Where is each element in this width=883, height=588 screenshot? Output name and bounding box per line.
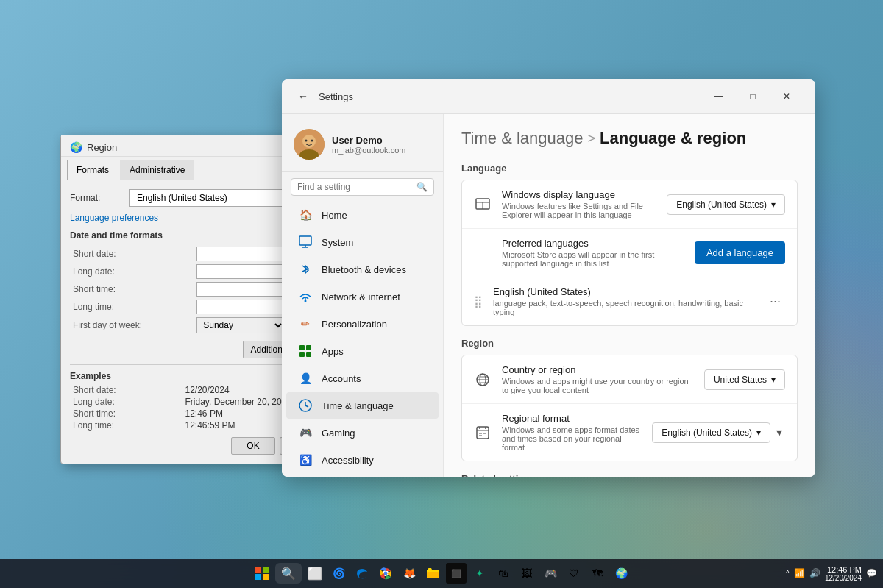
display-lang-action: English (United States) ▾	[667, 194, 785, 215]
short-time-input[interactable]: h:mm tt	[196, 282, 285, 297]
sidebar-nav: 🏠 Home System Bluetooth & devices	[282, 202, 443, 477]
regional-format-dropdown[interactable]: English (United States) ▾	[652, 422, 770, 443]
svg-rect-9	[299, 345, 305, 350]
sidebar-item-bluetooth[interactable]: Bluetooth & devices	[286, 256, 439, 283]
svg-rect-5	[299, 236, 311, 245]
region-tab-administrative[interactable]: Administrative	[120, 160, 194, 180]
preferred-lang-title: Preferred languages	[502, 238, 684, 249]
bluetooth-icon	[298, 262, 313, 277]
sidebar-item-system[interactable]: System	[286, 229, 439, 255]
gaming-icon: 🎮	[298, 425, 313, 440]
taskbar-vpn-icon[interactable]: 🛡	[564, 563, 584, 584]
regional-format-title: Regional format	[502, 413, 642, 424]
short-date-input[interactable]: M/d/yyyy	[196, 247, 285, 261]
search-input[interactable]	[297, 182, 412, 192]
taskbar-photos-icon[interactable]: 🖼	[517, 563, 537, 584]
taskbar-taskview-button[interactable]: ⬜	[305, 563, 325, 584]
taskbar-chrome-icon[interactable]	[375, 563, 396, 584]
breadcrumb-parent: Time & language	[461, 129, 584, 148]
minimize-button[interactable]: —	[702, 85, 736, 107]
taskbar-file-explorer-icon[interactable]	[422, 563, 443, 584]
language-card: Windows display language Windows feature…	[461, 180, 798, 326]
sidebar-item-accessibility[interactable]: ♿ Accessibility	[286, 447, 439, 473]
user-profile[interactable]: User Demo m_lab@outlook.com	[282, 120, 443, 172]
svg-rect-37	[255, 574, 261, 580]
user-email: m_lab@outlook.com	[332, 146, 431, 155]
format-label: Format:	[70, 193, 129, 203]
country-region-dropdown[interactable]: United States ▾	[704, 369, 785, 390]
display-lang-dropdown[interactable]: English (United States) ▾	[667, 194, 785, 215]
first-day-label: First day of week:	[70, 316, 194, 335]
sidebar-item-time[interactable]: Time & language	[286, 392, 439, 419]
sidebar-item-home[interactable]: 🏠 Home	[286, 202, 439, 228]
user-info: User Demo m_lab@outlook.com	[332, 135, 431, 155]
taskbar-right: ^ 📶 🔊 12:46 PM 12/20/2024 💬	[786, 565, 877, 582]
svg-point-8	[305, 300, 307, 302]
maximize-button[interactable]: □	[736, 85, 770, 107]
long-time-input[interactable]: h:mm:ss tt	[196, 300, 285, 314]
more-options-button[interactable]: ···	[765, 292, 785, 310]
svg-rect-12	[306, 352, 311, 357]
taskbar-terminal-icon[interactable]: ⬛	[446, 563, 467, 584]
taskbar-ai-icon[interactable]: ✦	[469, 563, 490, 584]
sidebar-item-personalization[interactable]: ✏ Personalization	[286, 311, 439, 337]
language-section-title: Language	[461, 163, 798, 174]
sidebar-label-time: Time & language	[322, 400, 394, 411]
taskbar-search-button[interactable]: 🔍	[275, 563, 302, 584]
region-card: Country or region Windows and apps might…	[461, 355, 798, 461]
taskbar-start-button[interactable]	[252, 563, 272, 584]
first-day-select[interactable]: Sunday	[196, 317, 285, 333]
sidebar-item-privacy[interactable]: 🔒 Privacy & security	[286, 474, 439, 477]
english-us-text: English (United States) language pack, t…	[493, 286, 755, 316]
taskbar: 🔍 ⬜ 🌀 🦊 ⬛ ✦ 🛍 🖼 🎮 🛡 🗺 🌍 ^ 📶 🔊 12:46 PM 1…	[0, 559, 883, 588]
taskbar-clock[interactable]: 12:46 PM 12/20/2024	[825, 565, 862, 582]
titlebar-left: ← Settings	[294, 89, 353, 104]
ok-button[interactable]: OK	[231, 437, 274, 455]
taskbar-globe-icon[interactable]: 🌍	[611, 563, 631, 584]
chevron-down-icon: ▾	[771, 375, 776, 385]
back-button[interactable]: ←	[294, 89, 313, 104]
related-settings-section: Related settings Date & time Time zones,…	[461, 473, 798, 477]
breadcrumb-separator: >	[588, 131, 596, 146]
accessibility-icon: ♿	[298, 453, 313, 467]
settings-titlebar: ← Settings — □ ✕	[282, 79, 815, 114]
drag-handle-icon[interactable]: ⣿	[474, 294, 483, 308]
taskbar-network-icon[interactable]: 📶	[794, 568, 805, 578]
sidebar-item-gaming[interactable]: 🎮 Gaming	[286, 419, 439, 446]
regional-format-action: English (United States) ▾ ▾	[652, 422, 785, 443]
sidebar-item-accounts[interactable]: 👤 Accounts	[286, 365, 439, 392]
region-tab-formats[interactable]: Formats	[67, 160, 118, 180]
preferred-lang-icon	[474, 244, 492, 262]
taskbar-store-icon[interactable]: 🛍	[493, 563, 514, 584]
breadcrumb: Time & language > Language & region	[461, 129, 798, 148]
taskbar-sound-icon[interactable]: 🔊	[809, 568, 820, 578]
personalization-icon: ✏	[298, 316, 313, 331]
long-date-input[interactable]: dddd, MMMM d, yyyy	[196, 264, 285, 279]
taskbar-firefox-icon[interactable]: 🦊	[399, 563, 419, 584]
expand-icon[interactable]: ▾	[773, 422, 785, 442]
long-date-label: Long date:	[70, 263, 194, 280]
region-title: Region	[87, 142, 117, 153]
add-language-button[interactable]: Add a language	[695, 241, 785, 264]
svg-rect-25	[477, 427, 489, 439]
display-lang-text: Windows display language Windows feature…	[502, 189, 656, 219]
taskbar-game-icon[interactable]: 🎮	[540, 563, 561, 584]
window-title: Settings	[319, 91, 353, 102]
taskbar-copilot-icon[interactable]: 🌀	[328, 563, 349, 584]
sidebar-item-apps[interactable]: Apps	[286, 338, 439, 364]
taskbar-edge-icon[interactable]	[352, 563, 372, 584]
close-button[interactable]: ✕	[770, 85, 804, 107]
chevron-down-icon: ▾	[756, 428, 761, 438]
svg-rect-11	[299, 352, 305, 357]
taskbar-center: 🔍 ⬜ 🌀 🦊 ⬛ ✦ 🛍 🖼 🎮 🛡 🗺 🌍	[252, 563, 631, 584]
english-us-desc: language pack, text-to-speech, speech re…	[493, 299, 755, 316]
taskbar-system-tray-caret[interactable]: ^	[786, 569, 790, 578]
taskbar-notification-icon[interactable]: 💬	[866, 568, 877, 578]
display-lang-value: English (United States)	[676, 199, 767, 210]
ex-long-date-label: Long date:	[70, 396, 182, 408]
system-icon	[298, 235, 313, 249]
window-controls: — □ ✕	[702, 85, 804, 107]
sidebar-label-apps: Apps	[322, 346, 344, 357]
taskbar-maps-icon[interactable]: 🗺	[587, 563, 608, 584]
sidebar-item-network[interactable]: Network & internet	[286, 283, 439, 310]
